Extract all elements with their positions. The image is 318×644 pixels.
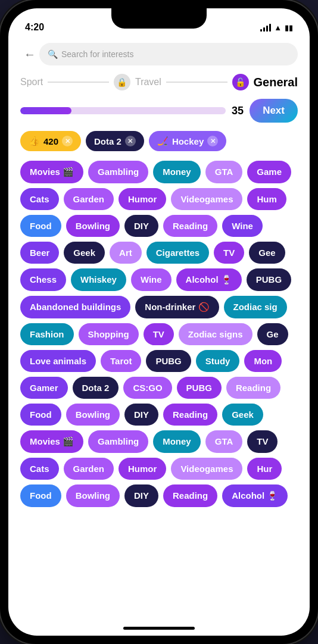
signal-bar-2: [263, 27, 265, 32]
tag-item-57[interactable]: Videogames: [171, 458, 242, 480]
tag-item-50[interactable]: Gambling: [88, 430, 148, 453]
tag-item-21[interactable]: Chess: [20, 268, 66, 291]
tag-item-9[interactable]: Hum: [247, 188, 286, 210]
progress-bar-fill: [20, 107, 71, 114]
tag-item-16[interactable]: Geek: [64, 242, 105, 264]
tag-item-37[interactable]: Study: [196, 350, 240, 372]
signal-bar-1: [260, 29, 262, 32]
status-time: 4:20: [25, 22, 44, 33]
search-bar[interactable]: 🔍 Search for interests: [39, 43, 298, 65]
tag-item-4[interactable]: Game: [247, 161, 291, 183]
tag-item-24[interactable]: Alcohol 🍷: [176, 268, 242, 291]
tag-item-60[interactable]: Bowling: [66, 484, 120, 507]
phone-screen: 4:20 ▲ ▮▮ ← 🔍 Search for interests: [8, 8, 310, 636]
tag-item-30[interactable]: Shopping: [79, 323, 139, 345]
tag-item-56[interactable]: Humor: [119, 458, 166, 480]
tag-item-10[interactable]: Food: [20, 215, 61, 237]
selected-tags-row: 👍 420 ✕ Dota 2 ✕ 🏒 Hockey ✕: [20, 131, 298, 151]
selected-tag-dota2-label: Dota 2: [94, 136, 121, 146]
remove-tag-420[interactable]: ✕: [62, 136, 73, 146]
tag-item-46[interactable]: DIY: [124, 404, 158, 426]
step-sport-label: Sport: [20, 77, 43, 87]
content-area: ← 🔍 Search for interests Sport 🔒 Travel …: [8, 38, 310, 636]
tag-item-62[interactable]: Reading: [163, 484, 217, 507]
tag-item-33[interactable]: Ge: [257, 323, 288, 345]
tag-item-14[interactable]: Wine: [222, 215, 263, 237]
tag-item-5[interactable]: Cats: [20, 188, 59, 210]
tag-item-39[interactable]: Gamer: [20, 377, 68, 399]
selected-tag-hockey[interactable]: 🏒 Hockey ✕: [149, 131, 226, 151]
tag-item-55[interactable]: Garden: [64, 458, 114, 480]
tag-item-48[interactable]: Geek: [222, 404, 263, 426]
tag-item-43[interactable]: Reading: [226, 377, 280, 399]
tag-item-26[interactable]: Abandoned buildings: [20, 296, 130, 318]
signal-bars-icon: [260, 23, 271, 32]
remove-tag-hockey[interactable]: ✕: [207, 136, 218, 146]
progress-row: 35 Next: [20, 99, 298, 123]
step-general-lock: 🔓: [232, 74, 249, 90]
tag-item-13[interactable]: Reading: [163, 215, 217, 237]
tag-item-19[interactable]: TV: [214, 242, 244, 264]
tag-item-63[interactable]: Alcohol 🍷: [222, 484, 288, 507]
signal-bar-4: [269, 24, 271, 32]
tag-item-28[interactable]: Zodiac sig: [224, 296, 287, 318]
selected-tag-hockey-label: Hockey: [172, 136, 204, 146]
tag-item-49[interactable]: Movies 🎬: [20, 430, 83, 453]
tag-item-36[interactable]: PUBG: [146, 350, 191, 372]
tag-item-12[interactable]: DIY: [124, 215, 158, 237]
tag-item-6[interactable]: Garden: [64, 188, 114, 210]
tag-item-52[interactable]: GTA: [205, 430, 243, 453]
wifi-icon: ▲: [274, 23, 282, 32]
tag-item-34[interactable]: Love animals: [20, 350, 96, 372]
tag-item-41[interactable]: CS:GO: [123, 377, 172, 399]
selected-tag-dota2[interactable]: Dota 2 ✕: [86, 131, 144, 151]
selected-tag-420[interactable]: 👍 420 ✕: [20, 131, 81, 151]
tag-item-61[interactable]: DIY: [124, 484, 158, 507]
tag-item-8[interactable]: Videogames: [171, 188, 242, 210]
tag-item-1[interactable]: Gambling: [88, 161, 148, 183]
tag-item-45[interactable]: Bowling: [66, 404, 120, 426]
tag-item-44[interactable]: Food: [20, 404, 61, 426]
tag-item-15[interactable]: Beer: [20, 242, 59, 264]
tag-item-0[interactable]: Movies 🎬: [20, 161, 83, 183]
tag-item-38[interactable]: Mon: [244, 350, 282, 372]
step-line-1: [48, 82, 109, 83]
tag-item-22[interactable]: Whiskey: [71, 268, 126, 291]
tag-item-53[interactable]: TV: [247, 430, 278, 453]
steps-nav: Sport 🔒 Travel 🔓 General: [20, 74, 298, 90]
tag-item-23[interactable]: Wine: [131, 268, 172, 291]
tag-item-47[interactable]: Reading: [163, 404, 217, 426]
tag-item-35[interactable]: Tarot: [101, 350, 141, 372]
tag-item-58[interactable]: Hur: [247, 458, 282, 480]
tag-item-59[interactable]: Food: [20, 484, 61, 507]
tag-item-18[interactable]: Cigarettes: [146, 242, 209, 264]
search-icon: 🔍: [48, 49, 58, 59]
tag-item-7[interactable]: Humor: [119, 188, 166, 210]
remove-tag-dota2[interactable]: ✕: [125, 136, 136, 146]
tag-item-42[interactable]: PUBG: [177, 377, 222, 399]
phone-frame: 4:20 ▲ ▮▮ ← 🔍 Search for interests: [0, 0, 318, 644]
progress-count: 35: [232, 105, 244, 117]
tag-item-2[interactable]: Money: [153, 161, 201, 183]
tag-item-54[interactable]: Cats: [20, 458, 59, 480]
tag-item-27[interactable]: Non-drinker 🚫: [135, 296, 219, 318]
signal-bar-3: [266, 26, 268, 32]
tag-item-40[interactable]: Dota 2: [73, 377, 119, 399]
step-travel-lock: 🔒: [114, 74, 130, 90]
top-nav: ← 🔍 Search for interests: [20, 43, 298, 65]
tag-item-31[interactable]: TV: [144, 323, 174, 345]
back-button[interactable]: ←: [20, 45, 39, 64]
tags-grid: Movies 🎬GamblingMoneyGTAGameCatsGardenHu…: [20, 161, 298, 519]
tag-item-29[interactable]: Fashion: [20, 323, 74, 345]
selected-tag-hockey-emoji: 🏒: [157, 136, 169, 146]
home-indicator: [123, 627, 195, 630]
next-button[interactable]: Next: [250, 99, 298, 123]
tag-item-11[interactable]: Bowling: [66, 215, 120, 237]
step-line-2: [166, 82, 227, 83]
tag-item-17[interactable]: Art: [110, 242, 142, 264]
tag-item-51[interactable]: Money: [153, 430, 201, 453]
tag-item-20[interactable]: Gee: [249, 242, 285, 264]
tag-item-25[interactable]: PUBG: [247, 268, 291, 291]
tag-item-32[interactable]: Zodiac signs: [179, 323, 252, 345]
tag-item-3[interactable]: GTA: [205, 161, 243, 183]
